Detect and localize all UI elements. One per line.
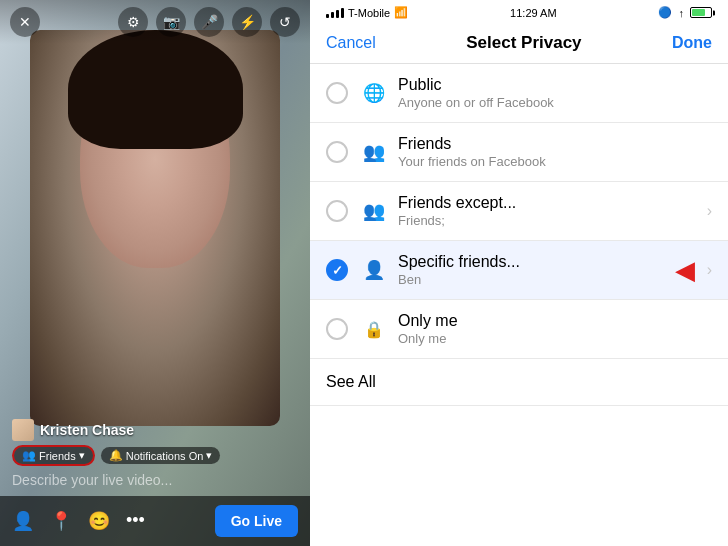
done-button[interactable]: Done — [672, 34, 712, 52]
privacy-options-list: 🌐 Public Anyone on or off Facebook 👥 Fri… — [310, 64, 728, 546]
user-name-text: Kristen Chase — [40, 422, 134, 438]
privacy-option-public[interactable]: 🌐 Public Anyone on or off Facebook — [310, 64, 728, 123]
notifications-badge-label: Notifications On — [126, 450, 204, 462]
signal-strength — [326, 8, 344, 18]
friends-title: Friends — [398, 135, 712, 153]
close-button[interactable]: ✕ — [10, 7, 40, 37]
action-icons-group: 👤 📍 😊 ••• — [12, 510, 145, 532]
radio-friends-except — [326, 200, 348, 222]
radio-specific-friends — [326, 259, 348, 281]
flip-camera-icon[interactable]: ↺ — [270, 7, 300, 37]
add-friend-icon[interactable]: 👤 — [12, 510, 34, 532]
friends-subtitle: Your friends on Facebook — [398, 154, 712, 169]
specific-friends-icon: 👤 — [360, 256, 388, 284]
location-icon[interactable]: 📍 — [50, 510, 72, 532]
notifications-icon: 🔔 — [109, 449, 123, 462]
public-title: Public — [398, 76, 712, 94]
mic-icon[interactable]: 🎤 — [194, 7, 224, 37]
person-overlay — [30, 30, 280, 426]
top-toolbar: ✕ ⚙ 📷 🎤 ⚡ ↺ — [0, 0, 310, 44]
specific-friends-subtitle: Ben — [398, 272, 675, 287]
user-name-row: Kristen Chase — [12, 419, 298, 441]
red-arrow-indicator: ◀ — [675, 255, 695, 286]
privacy-option-specific-friends[interactable]: 👤 Specific friends... Ben ◀ › — [310, 241, 728, 300]
lock-icon: 🔒 — [360, 315, 388, 343]
only-me-text: Only me Only me — [398, 312, 712, 346]
settings-icon[interactable]: ⚙ — [118, 7, 148, 37]
friends-except-subtitle: Friends; — [398, 213, 699, 228]
globe-icon: 🌐 — [360, 79, 388, 107]
carrier-name: T-Mobile — [348, 7, 390, 19]
describe-placeholder-text[interactable]: Describe your live video... — [12, 472, 298, 488]
public-text: Public Anyone on or off Facebook — [398, 76, 712, 110]
bluetooth-icon: 🔵 — [658, 6, 672, 19]
privacy-badges-row: 👥 Friends ▾ 🔔 Notifications On ▾ — [12, 445, 298, 466]
specific-friends-title: Specific friends... — [398, 253, 675, 271]
friends-badge[interactable]: 👥 Friends ▾ — [12, 445, 95, 466]
notifications-badge-arrow: ▾ — [206, 449, 212, 462]
nav-bar: Cancel Select Privacy Done — [310, 23, 728, 64]
status-time: 11:29 AM — [510, 7, 556, 19]
privacy-option-only-me[interactable]: 🔒 Only me Only me — [310, 300, 728, 359]
friends-except-icon: 👥 — [360, 197, 388, 225]
bottom-info: Kristen Chase 👥 Friends ▾ 🔔 Notification… — [0, 411, 310, 496]
emoji-icon[interactable]: 😊 — [88, 510, 110, 532]
status-bar: T-Mobile 📶 11:29 AM 🔵 ↑ — [310, 0, 728, 23]
privacy-panel: T-Mobile 📶 11:29 AM 🔵 ↑ Cancel Select Pr… — [310, 0, 728, 546]
more-icon[interactable]: ••• — [126, 510, 145, 532]
camera-panel: ✕ ⚙ 📷 🎤 ⚡ ↺ Kristen Chase 👥 Friends ▾ 🔔 … — [0, 0, 310, 546]
bluetooth-arrow-icon: ↑ — [678, 7, 684, 19]
only-me-title: Only me — [398, 312, 712, 330]
privacy-option-friends-except[interactable]: 👥 Friends except... Friends; › — [310, 182, 728, 241]
signal-dot-4 — [341, 8, 344, 18]
battery-fill — [692, 9, 706, 16]
status-left: T-Mobile 📶 — [326, 6, 408, 19]
user-avatar — [12, 419, 34, 441]
signal-dot-3 — [336, 10, 339, 18]
friends-text: Friends Your friends on Facebook — [398, 135, 712, 169]
signal-dot-2 — [331, 12, 334, 18]
flash-icon[interactable]: ⚡ — [232, 7, 262, 37]
only-me-subtitle: Only me — [398, 331, 712, 346]
toolbar-icons-group: ⚙ 📷 🎤 ⚡ ↺ — [118, 7, 300, 37]
radio-only-me — [326, 318, 348, 340]
cancel-button[interactable]: Cancel — [326, 34, 376, 52]
public-subtitle: Anyone on or off Facebook — [398, 95, 712, 110]
friends-icon-small: 👥 — [22, 449, 36, 462]
chevron-right-icon: › — [707, 202, 712, 220]
battery-indicator — [690, 7, 712, 18]
friends-badge-label: Friends — [39, 450, 76, 462]
notifications-badge[interactable]: 🔔 Notifications On ▾ — [101, 447, 221, 464]
friends-icon: 👥 — [360, 138, 388, 166]
nav-title: Select Privacy — [466, 33, 581, 53]
camera-icon[interactable]: 📷 — [156, 7, 186, 37]
friends-badge-arrow: ▾ — [79, 449, 85, 462]
see-all-option[interactable]: See All — [310, 359, 728, 406]
wifi-icon: 📶 — [394, 6, 408, 19]
friends-except-text: Friends except... Friends; — [398, 194, 699, 228]
friends-except-title: Friends except... — [398, 194, 699, 212]
radio-friends — [326, 141, 348, 163]
status-right: 🔵 ↑ — [658, 6, 712, 19]
specific-friends-chevron-icon: › — [707, 261, 712, 279]
privacy-option-friends[interactable]: 👥 Friends Your friends on Facebook — [310, 123, 728, 182]
specific-friends-text: Specific friends... Ben — [398, 253, 675, 287]
see-all-label: See All — [326, 373, 376, 390]
signal-dot-1 — [326, 14, 329, 18]
bottom-action-bar: 👤 📍 😊 ••• Go Live — [0, 496, 310, 546]
go-live-button[interactable]: Go Live — [215, 505, 298, 537]
radio-public — [326, 82, 348, 104]
